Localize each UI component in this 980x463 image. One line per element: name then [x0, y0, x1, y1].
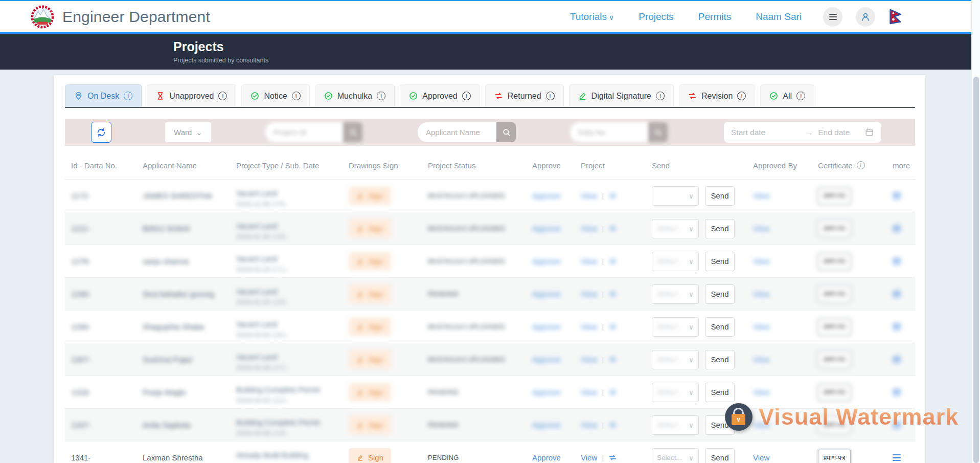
transfer-icon[interactable] [608, 453, 617, 462]
project-view-link[interactable]: View [581, 257, 597, 266]
scrollbar[interactable] [971, 0, 980, 463]
certificate-button[interactable]: प्रमाण-पत्र [818, 384, 851, 401]
send-to-select[interactable]: Select...∨ [652, 317, 699, 337]
tab-revision[interactable]: Revisioni [679, 84, 755, 107]
project-id-search-button[interactable] [343, 122, 362, 142]
approve-link[interactable]: Approve [532, 322, 561, 331]
tab-notice[interactable]: Noticei [241, 84, 309, 107]
tab-muchulka[interactable]: Muchulkai [315, 84, 395, 107]
send-button[interactable]: Send [705, 317, 735, 337]
send-to-select[interactable]: Select...∨ [652, 252, 699, 271]
nav-link-naam-sari[interactable]: Naam Sari [756, 11, 802, 23]
approve-link[interactable]: Approve [532, 355, 561, 364]
send-button[interactable]: Send [705, 415, 735, 435]
project-view-link[interactable]: View [581, 191, 597, 200]
tab-all[interactable]: Alli [760, 84, 814, 107]
approved-by-view-link[interactable]: View [753, 421, 769, 429]
refresh-button[interactable] [91, 122, 111, 143]
nav-link-projects[interactable]: Projects [639, 11, 674, 23]
applicant-name-input[interactable] [418, 122, 496, 142]
send-to-select[interactable]: ∨ [652, 186, 699, 206]
certificate-button[interactable]: प्रमाण-पत्र [818, 417, 851, 433]
more-menu-button[interactable] [893, 291, 901, 298]
nav-link-tutorials[interactable]: Tutorials∨ [570, 11, 614, 23]
certificate-button[interactable]: प्रमाण-पत्र [818, 450, 851, 463]
menu-button[interactable] [823, 7, 842, 27]
more-menu-button[interactable] [893, 225, 901, 232]
project-view-link[interactable]: View [581, 224, 597, 233]
approved-by-view-link[interactable]: View [753, 322, 769, 331]
send-to-select[interactable]: Select...∨ [652, 350, 699, 369]
project-view-link[interactable]: View [581, 453, 597, 462]
certificate-button[interactable]: प्रमाण-पत्र [818, 253, 851, 270]
more-menu-button[interactable] [893, 389, 901, 396]
approve-link[interactable]: Approve [532, 257, 561, 266]
project-view-link[interactable]: View [581, 290, 597, 298]
certificate-button[interactable]: प्रमाण-पत्र [818, 351, 851, 368]
sign-button[interactable]: Sign [349, 350, 391, 369]
approve-link[interactable]: Approve [532, 453, 561, 462]
sign-button[interactable]: Sign [349, 448, 391, 463]
start-date-field[interactable]: Start date [731, 128, 765, 137]
send-to-select[interactable]: Select...∨ [652, 415, 699, 435]
kitta-no-input[interactable] [570, 122, 648, 142]
approved-by-view-link[interactable]: View [753, 355, 769, 364]
send-to-select[interactable]: Select...∨ [652, 448, 699, 463]
ward-dropdown[interactable]: Ward ⌄ [165, 122, 211, 142]
send-to-select[interactable]: Select...∨ [652, 284, 699, 304]
transfer-icon[interactable] [608, 388, 617, 396]
more-menu-button[interactable] [893, 454, 901, 461]
sign-button[interactable]: Sign [349, 252, 391, 271]
approve-link[interactable]: Approve [532, 388, 561, 396]
approved-by-view-link[interactable]: View [753, 224, 769, 233]
kitta-search-button[interactable] [648, 122, 668, 142]
more-menu-button[interactable] [893, 356, 901, 363]
tab-returned[interactable]: Returnedi [485, 84, 564, 107]
approved-by-view-link[interactable]: View [753, 453, 769, 462]
tab-approved[interactable]: Approvedi [400, 84, 480, 107]
approve-link[interactable]: Approve [532, 421, 561, 429]
send-button[interactable]: Send [705, 284, 735, 304]
approve-link[interactable]: Approve [532, 290, 561, 298]
approved-by-view-link[interactable]: View [753, 191, 769, 200]
approved-by-view-link[interactable]: View [753, 257, 769, 266]
transfer-icon[interactable] [608, 224, 617, 233]
date-range-picker[interactable]: Start date → End date [724, 122, 881, 143]
end-date-field[interactable]: End date [818, 128, 850, 137]
project-view-link[interactable]: View [581, 355, 597, 364]
nav-link-permits[interactable]: Permits [698, 11, 731, 23]
approved-by-view-link[interactable]: View [753, 290, 769, 298]
send-button[interactable]: Send [705, 383, 735, 402]
certificate-button[interactable]: प्रमाण-पत्र [818, 319, 851, 335]
send-to-select[interactable]: Select...∨ [652, 219, 699, 238]
approve-link[interactable]: Approve [532, 224, 561, 233]
sign-button[interactable]: Sign [349, 383, 391, 402]
certificate-button[interactable]: प्रमाण-पत्र [818, 221, 851, 237]
send-button[interactable]: Send [705, 448, 735, 463]
project-view-link[interactable]: View [581, 388, 597, 396]
transfer-icon[interactable] [608, 290, 617, 298]
approved-by-view-link[interactable]: View [753, 388, 769, 396]
more-menu-button[interactable] [893, 258, 901, 265]
project-id-input[interactable] [265, 122, 343, 142]
transfer-icon[interactable] [608, 191, 617, 200]
transfer-icon[interactable] [608, 355, 617, 364]
sign-button[interactable]: Sign [349, 284, 391, 303]
sign-button[interactable]: Sign [349, 219, 391, 238]
send-button[interactable]: Send [705, 186, 735, 206]
profile-button[interactable] [856, 7, 875, 27]
sign-button[interactable]: Sign [349, 186, 391, 205]
transfer-icon[interactable] [608, 421, 617, 429]
tab-on-desk[interactable]: On Deski [65, 84, 142, 107]
send-button[interactable]: Send [705, 219, 735, 238]
approve-link[interactable]: Approve [532, 191, 561, 200]
more-menu-button[interactable] [893, 192, 901, 200]
certificate-button[interactable]: प्रमाण-पत्र [818, 286, 851, 302]
certificate-button[interactable]: प्रमाण-पत्र [818, 188, 851, 204]
more-menu-button[interactable] [893, 422, 901, 429]
sign-button[interactable]: Sign [349, 415, 391, 434]
project-view-link[interactable]: View [581, 421, 597, 429]
send-button[interactable]: Send [705, 252, 735, 271]
transfer-icon[interactable] [608, 257, 617, 266]
tab-unapproved[interactable]: Unapprovedi [147, 84, 236, 107]
